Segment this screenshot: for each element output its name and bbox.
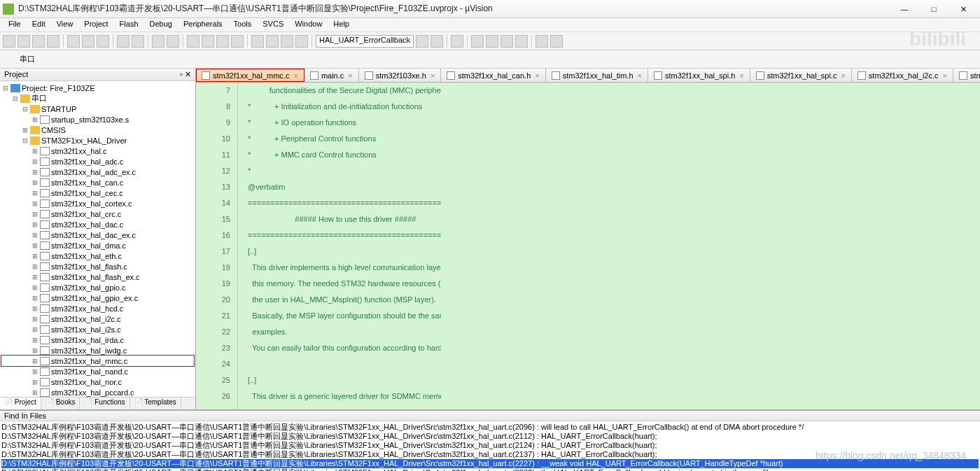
menu-project[interactable]: Project <box>78 18 113 31</box>
file-tab[interactable]: stm32f1xx_hal_spi.h× <box>648 69 750 82</box>
new-button[interactable] <box>3 35 15 48</box>
tree-item[interactable]: ⊞stm32f1xx_hal_gpio.c <box>1 282 194 293</box>
expand-icon[interactable]: ⊟ <box>21 137 29 144</box>
incremental-find-button[interactable] <box>430 35 443 48</box>
expand-icon[interactable]: ⊞ <box>31 179 38 186</box>
breakpoint-button[interactable] <box>471 35 484 48</box>
copy-button[interactable] <box>82 35 94 48</box>
menu-help[interactable]: Help <box>328 18 355 31</box>
bookmark-clear-button[interactable] <box>231 35 244 48</box>
output-line[interactable]: D:\STM32HAL库例程\F103霸道开发板\20-USART—串口通信\U… <box>1 450 979 459</box>
tree-item[interactable]: ⊞stm32f1xx_hal_iwdg.c <box>1 345 194 356</box>
close-tab-icon[interactable]: × <box>841 71 845 80</box>
code-line[interactable]: Basically, the MSP layer configuration s… <box>244 308 441 324</box>
undo-button[interactable] <box>117 35 130 48</box>
tree-item[interactable]: ⊞stm32f1xx_hal_mmc.c <box>1 356 194 366</box>
redo-button[interactable] <box>132 35 144 48</box>
tree-item[interactable]: ⊞stm32f1xx_hal_hcd.c <box>1 303 194 314</box>
breakpoint-disable-button[interactable] <box>500 35 513 48</box>
expand-icon[interactable]: ⊞ <box>31 295 38 302</box>
tree-item[interactable]: ⊞stm32f1xx_hal_flash_ex.c <box>1 272 194 282</box>
output-body[interactable]: D:\STM32HAL库例程\F103霸道开发板\20-USART—串口通信\U… <box>0 421 980 471</box>
project-tree[interactable]: ⊟Project: Fire_F103ZE⊟串口⊟STARTUP⊞startup… <box>0 81 195 397</box>
tree-item[interactable]: ⊟STM32F1xx_HAL_Driver <box>1 135 194 146</box>
expand-icon[interactable]: ⊞ <box>31 326 38 333</box>
breakpoint-enable-button[interactable] <box>486 35 498 48</box>
expand-icon[interactable]: ⊟ <box>21 106 29 113</box>
code-line[interactable]: You can easily tailor this configuration… <box>244 340 441 356</box>
close-button[interactable]: ✕ <box>949 2 977 16</box>
tree-item[interactable]: ⊞stm32f1xx_hal_eth.c <box>1 251 194 261</box>
output-line[interactable]: D:\STM32HAL库例程\F103霸道开发板\20-USART—串口通信\U… <box>1 441 979 450</box>
expand-icon[interactable]: ⊞ <box>31 211 38 218</box>
find-combo[interactable]: HAL_UART_ErrorCallback <box>316 35 414 48</box>
expand-icon[interactable]: ⊞ <box>31 347 38 354</box>
tree-item[interactable]: ⊞startup_stm32f103xe.s <box>1 114 194 125</box>
close-tab-icon[interactable]: × <box>430 71 435 80</box>
cut-button[interactable] <box>67 35 80 48</box>
menu-peripherals[interactable]: Peripherals <box>178 18 228 31</box>
code-line[interactable]: * + MMC card Control functions <box>244 147 441 163</box>
expand-icon[interactable]: ⊞ <box>31 232 38 239</box>
tree-item[interactable]: ⊞stm32f1xx_hal_nand.c <box>1 366 194 377</box>
file-tab[interactable]: stm32f1xx_hal_i2c.h× <box>953 69 980 82</box>
menu-edit[interactable]: Edit <box>27 18 51 31</box>
tree-item[interactable]: ⊞stm32f1xx_hal_cortex.c <box>1 198 194 209</box>
expand-icon[interactable]: ⊞ <box>31 221 38 228</box>
tree-item[interactable]: ⊞stm32f1xx_hal_dma.c <box>1 240 194 251</box>
tree-item[interactable]: ⊟串口 <box>1 93 194 104</box>
minimize-button[interactable]: — <box>890 2 918 16</box>
code-line[interactable]: * + Initialization and de-initialization… <box>244 99 441 115</box>
menu-flash[interactable]: Flash <box>114 18 144 31</box>
code-line[interactable]: * + IO operation functions <box>244 115 441 131</box>
output-line[interactable]: D:\STM32HAL库例程\F103霸道开发板\20-USART—串口通信\U… <box>1 468 979 471</box>
file-tab[interactable]: stm32f103xe.h× <box>359 69 442 82</box>
tree-item[interactable]: ⊞stm32f1xx_hal_can.c <box>1 177 194 188</box>
indent-button[interactable] <box>251 35 264 48</box>
nav-fwd-button[interactable] <box>167 35 179 48</box>
code-line[interactable]: the user in HAL_MMC_MspInit() function (… <box>244 292 441 308</box>
close-tab-icon[interactable]: × <box>943 71 947 80</box>
bookmark-button[interactable] <box>187 35 200 48</box>
bookmark-next-button[interactable] <box>216 35 229 48</box>
tree-item[interactable]: ⊞stm32f1xx_hal_nor.c <box>1 377 194 387</box>
expand-icon[interactable]: ⊞ <box>31 263 38 270</box>
uncomment-button[interactable] <box>295 35 308 48</box>
file-tab[interactable]: stm32f1xx_hal_i2c.c× <box>852 69 953 82</box>
output-line[interactable]: D:\STM32HAL库例程\F103霸道开发板\20-USART—串口通信\U… <box>1 423 979 432</box>
maximize-button[interactable]: □ <box>920 2 948 16</box>
code-line[interactable]: ========================================… <box>244 195 441 211</box>
save-button[interactable] <box>32 35 45 48</box>
expand-icon[interactable]: ⊟ <box>11 95 19 102</box>
menu-tools[interactable]: Tools <box>228 18 258 31</box>
expand-icon[interactable]: ⊞ <box>31 169 38 176</box>
tree-item[interactable]: ⊞stm32f1xx_hal.c <box>1 146 194 156</box>
code-line[interactable]: examples. <box>244 324 441 340</box>
expand-icon[interactable]: ⊞ <box>31 190 38 197</box>
menu-window[interactable]: Window <box>289 18 328 31</box>
code-line[interactable]: this memory. The needed STM32 hardware r… <box>244 276 441 292</box>
project-window-button[interactable] <box>536 35 548 48</box>
tree-item[interactable]: ⊞stm32f1xx_hal_i2c.c <box>1 314 194 324</box>
close-tab-icon[interactable]: × <box>293 71 298 80</box>
tree-item[interactable]: ⊞stm32f1xx_hal_crc.c <box>1 209 194 219</box>
nav-back-button[interactable] <box>152 35 164 48</box>
code-line[interactable]: ##### How to use this driver ##### <box>244 211 441 227</box>
file-tab[interactable]: stm32f1xx_hal_mmc.c× <box>196 69 304 82</box>
code-content[interactable]: functionalities of the Secure Digital (M… <box>238 83 441 409</box>
expand-icon[interactable]: ⊞ <box>31 284 38 291</box>
file-tab[interactable]: stm32f1xx_hal_spi.c× <box>750 69 852 82</box>
menu-file[interactable]: File <box>3 18 27 31</box>
code-line[interactable]: This driver is a generic layered driver … <box>244 388 441 405</box>
output-line-selected[interactable]: D:\STM32HAL库例程\F103霸道开发板\20-USART—串口通信\U… <box>1 459 979 468</box>
code-line[interactable]: [..] <box>244 244 441 260</box>
expand-icon[interactable]: ⊞ <box>31 274 38 281</box>
breakpoint-kill-button[interactable] <box>515 35 528 48</box>
tree-item[interactable]: ⊞stm32f1xx_hal_i2s.c <box>1 324 194 335</box>
code-line[interactable]: This driver implements a high level comm… <box>244 260 441 276</box>
close-tab-icon[interactable]: × <box>739 71 743 80</box>
menu-view[interactable]: View <box>51 18 79 31</box>
file-tab[interactable]: main.c× <box>304 69 359 82</box>
expand-icon[interactable]: ⊞ <box>31 316 38 323</box>
expand-icon[interactable]: ⊞ <box>31 242 38 249</box>
